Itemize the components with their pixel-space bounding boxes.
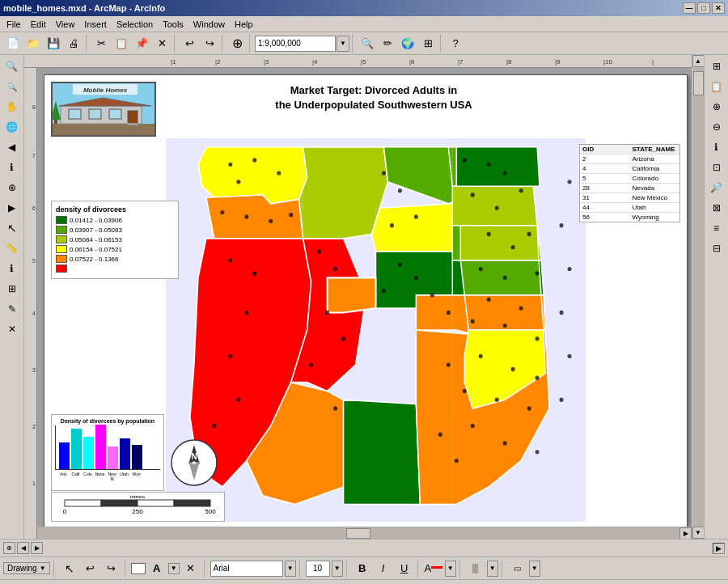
- menu-item-help[interactable]: Help: [230, 18, 258, 31]
- italic-button[interactable]: I: [374, 560, 393, 578]
- menu-item-selection[interactable]: Selection: [112, 18, 158, 31]
- font-selector[interactable]: Arial: [210, 561, 283, 577]
- zoom-out-tool[interactable]: 🔍: [2, 77, 23, 96]
- outline-dropdown[interactable]: ▼: [529, 561, 540, 577]
- minimize-button[interactable]: —: [683, 2, 696, 14]
- next-extent-tool[interactable]: ▶: [2, 198, 23, 218]
- title-controls[interactable]: — □ ✕: [683, 2, 725, 14]
- right-tool-9[interactable]: ≡: [706, 218, 727, 238]
- edit-tool[interactable]: ✎: [2, 299, 23, 319]
- prev-extent-tool[interactable]: ◀: [2, 138, 23, 157]
- drawing-dropdown-icon[interactable]: ▼: [40, 565, 46, 572]
- outline-color-button[interactable]: ▭: [508, 560, 527, 578]
- menu-item-file[interactable]: File: [2, 18, 26, 31]
- scroll-track[interactable]: [693, 67, 704, 527]
- cut-button[interactable]: ✂: [91, 35, 111, 53]
- scrollbar-bottom[interactable]: ◀ ▶: [24, 527, 692, 539]
- delete-button[interactable]: ✕: [152, 35, 171, 53]
- font-size-box[interactable]: 10: [306, 561, 330, 577]
- window-button[interactable]: ⊞: [418, 35, 438, 53]
- info-tool[interactable]: ℹ: [2, 158, 23, 177]
- identify2-tool[interactable]: ℹ: [2, 259, 23, 278]
- menu-item-edit[interactable]: Edit: [26, 18, 51, 31]
- editor-button[interactable]: ✏: [378, 35, 397, 53]
- font-color-dropdown[interactable]: ▼: [445, 561, 456, 577]
- size-dropdown[interactable]: ▼: [332, 561, 343, 577]
- copy-button[interactable]: 📋: [112, 35, 131, 53]
- redo-button[interactable]: ↪: [200, 35, 219, 53]
- page-nav-1[interactable]: ⊕: [3, 542, 15, 554]
- scroll-up-button[interactable]: ▲: [692, 55, 705, 67]
- menu-item-window[interactable]: Window: [188, 18, 230, 31]
- print-button[interactable]: 🖨: [64, 35, 83, 53]
- svg-point-51: [333, 267, 337, 271]
- pan-tool[interactable]: ✋: [2, 97, 23, 116]
- menu-item-insert[interactable]: Insert: [79, 18, 112, 31]
- save-button[interactable]: 💾: [44, 35, 63, 53]
- open-button[interactable]: 📁: [23, 35, 43, 53]
- highlight-dropdown[interactable]: ▼: [487, 561, 498, 577]
- draw-pointer-button[interactable]: ↖: [60, 560, 79, 578]
- bold-button[interactable]: B: [353, 560, 372, 578]
- select-tool[interactable]: ⊕: [2, 178, 23, 197]
- measure-tool[interactable]: 📏: [2, 239, 23, 258]
- font-color-button[interactable]: A: [424, 560, 443, 578]
- cross-tool[interactable]: ✕: [2, 320, 23, 339]
- svg-rect-1: [53, 124, 156, 137]
- scroll-right-button[interactable]: ▶: [679, 527, 692, 540]
- globe-button[interactable]: 🌍: [398, 35, 417, 53]
- chart-label-wy: Wyo: [131, 472, 142, 481]
- zoom-in-tool[interactable]: 🔍: [2, 57, 23, 76]
- help-button[interactable]: ?: [446, 35, 465, 53]
- zoom-in-button[interactable]: ⊕: [227, 35, 247, 53]
- page-nav-3[interactable]: ▶: [31, 542, 43, 554]
- scrollbar-right[interactable]: ▲ ▼: [692, 55, 704, 539]
- svg-rect-4: [69, 109, 81, 119]
- right-tool-5[interactable]: ℹ: [706, 138, 727, 157]
- scroll-down-button[interactable]: ▼: [692, 527, 705, 539]
- maximize-button[interactable]: □: [697, 2, 710, 14]
- right-tool-10[interactable]: ⊟: [706, 239, 727, 258]
- right-tool-2[interactable]: 📋: [706, 77, 727, 96]
- underline-button[interactable]: U: [395, 560, 414, 578]
- scroll-thumb[interactable]: [693, 71, 704, 95]
- svg-marker-26: [452, 186, 537, 225]
- draw-text-button[interactable]: A: [147, 560, 167, 578]
- right-tool-3[interactable]: ⊕: [706, 97, 727, 116]
- new-button[interactable]: 📄: [3, 35, 23, 53]
- right-tool-6[interactable]: ⊡: [706, 158, 727, 177]
- draw-forward-button[interactable]: ↪: [102, 560, 121, 578]
- hscroll-track[interactable]: [36, 527, 679, 539]
- menu-item-tools[interactable]: Tools: [158, 18, 188, 31]
- cross-out-button[interactable]: ✕: [181, 560, 201, 578]
- font-dropdown[interactable]: ▼: [285, 561, 296, 577]
- identify-button[interactable]: 🔍: [358, 35, 377, 53]
- page-nav-2[interactable]: ◀: [17, 542, 29, 554]
- legend-color-2: [56, 226, 67, 234]
- map-title-line2: the Underpopulated Southwestern USA: [166, 98, 582, 112]
- svg-point-38: [277, 171, 281, 175]
- right-tool-4[interactable]: ⊖: [706, 117, 727, 137]
- text-dropdown-button[interactable]: ▼: [168, 563, 180, 574]
- hscroll-thumb[interactable]: [346, 528, 370, 539]
- right-tool-8[interactable]: ⊠: [706, 198, 727, 218]
- layout-tool[interactable]: ⊞: [2, 279, 23, 298]
- svg-point-73: [479, 267, 483, 271]
- svg-marker-15: [206, 195, 303, 239]
- scale-dropdown[interactable]: ▼: [336, 36, 349, 52]
- undo-button[interactable]: ↩: [180, 35, 199, 53]
- draw-back-button[interactable]: ↩: [81, 560, 100, 578]
- pointer-tool[interactable]: ↖: [2, 218, 23, 238]
- highlight-color-button[interactable]: ▒: [466, 560, 485, 578]
- scale-input[interactable]: 1:9,000,000: [255, 36, 336, 52]
- right-tool-7[interactable]: 🔎: [706, 178, 727, 197]
- paste-button[interactable]: 📌: [132, 35, 151, 53]
- menu-item-view[interactable]: View: [51, 18, 80, 31]
- drawing-label[interactable]: Drawing ▼: [3, 562, 50, 574]
- state-legend-row-7: 56 Wyoming: [580, 213, 679, 222]
- right-tool-1[interactable]: ⊞: [706, 57, 727, 76]
- full-extent-tool[interactable]: 🌐: [2, 117, 23, 137]
- draw-rect-button[interactable]: [131, 563, 146, 574]
- canvas-area: |1 |2 |3 |4 |5 |6 |7 |8 |9 |10 | 8 7 6 5…: [24, 55, 704, 539]
- close-button[interactable]: ✕: [712, 2, 725, 14]
